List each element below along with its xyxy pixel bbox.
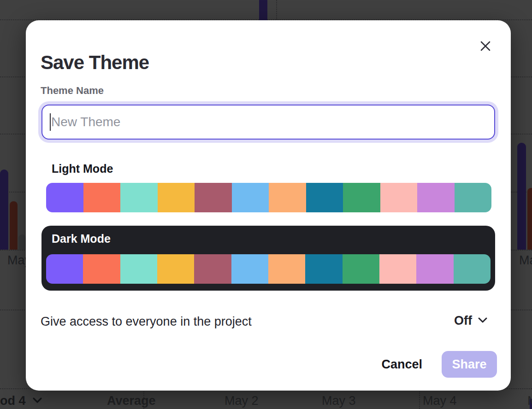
palette-swatch-11 — [417, 183, 455, 212]
access-dropdown[interactable]: Off — [454, 314, 488, 328]
palette-swatch-10 — [379, 254, 416, 284]
access-label: Give access to everyone in the project — [41, 315, 252, 329]
text-caret — [50, 113, 51, 131]
dialog-title: Save Theme — [41, 50, 149, 76]
palette-swatch-4 — [157, 254, 194, 284]
palette-swatch-4 — [158, 183, 195, 212]
palette-swatch-9 — [343, 183, 380, 212]
palette-swatch-7 — [268, 254, 305, 284]
theme-name-label: Theme Name — [41, 85, 104, 97]
dark-mode-heading: Dark Mode — [52, 232, 111, 245]
palette-swatch-5 — [194, 254, 231, 284]
palette-swatch-12 — [455, 183, 492, 212]
light-mode-palette[interactable] — [46, 183, 491, 212]
palette-swatch-6 — [232, 183, 269, 212]
palette-swatch-1 — [46, 254, 83, 284]
share-button[interactable]: Share — [442, 351, 497, 378]
dark-mode-palette[interactable] — [46, 254, 491, 284]
save-theme-dialog: Save Theme Theme Name Light Mode Dark Mo… — [26, 20, 511, 391]
cancel-button[interactable]: Cancel — [381, 357, 422, 372]
palette-swatch-1 — [46, 183, 83, 212]
palette-swatch-12 — [454, 254, 491, 284]
dark-mode-card[interactable]: Dark Mode — [41, 226, 495, 291]
theme-name-field-wrapper — [41, 105, 495, 140]
palette-swatch-9 — [343, 254, 379, 284]
chevron-down-icon — [478, 317, 488, 325]
palette-swatch-8 — [306, 183, 343, 212]
access-dropdown-value: Off — [454, 314, 472, 328]
palette-swatch-10 — [380, 183, 418, 212]
dialog-actions: Cancel Share — [381, 351, 497, 378]
palette-swatch-8 — [305, 254, 342, 284]
palette-swatch-3 — [120, 183, 158, 212]
palette-swatch-11 — [416, 254, 453, 284]
palette-swatch-7 — [269, 183, 306, 212]
close-button[interactable] — [477, 38, 494, 55]
palette-swatch-2 — [83, 183, 121, 212]
light-mode-heading: Light Mode — [52, 162, 113, 175]
close-icon — [479, 40, 492, 54]
palette-swatch-5 — [195, 183, 232, 212]
palette-swatch-3 — [120, 254, 157, 284]
palette-swatch-6 — [231, 254, 268, 284]
palette-swatch-2 — [83, 254, 120, 284]
theme-name-input[interactable] — [42, 105, 494, 139]
